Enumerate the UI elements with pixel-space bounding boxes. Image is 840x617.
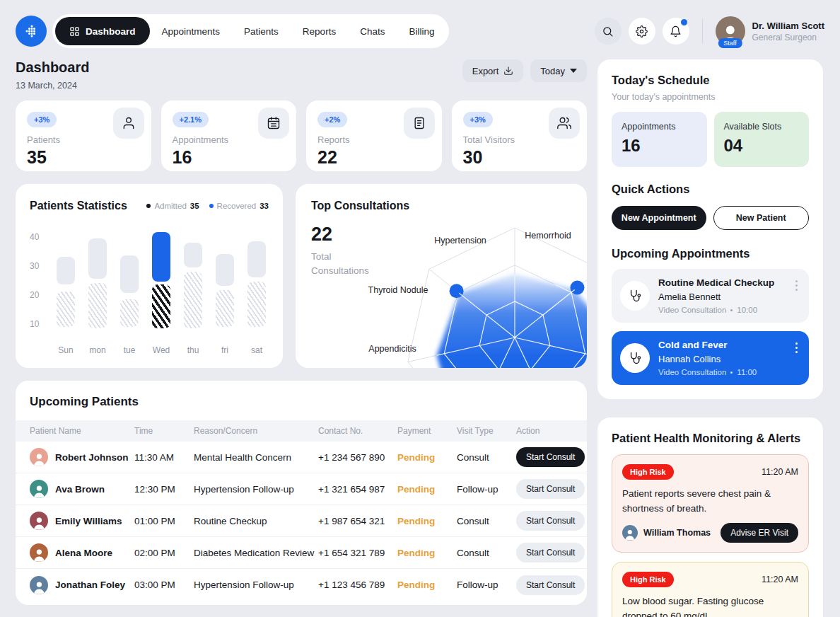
nav-item-label: Dashboard	[86, 26, 136, 37]
new-appointment-button[interactable]: New Appointment	[612, 206, 706, 230]
bar-admitted	[247, 241, 266, 277]
search-icon	[602, 25, 614, 38]
staff-badge: Staff	[718, 38, 742, 48]
nav-divider	[702, 19, 703, 43]
bar-group-sat[interactable]: sat	[247, 217, 266, 358]
bar-admitted	[216, 254, 234, 286]
bell-icon	[670, 25, 682, 38]
bar-admitted	[57, 257, 75, 284]
start-consult-button[interactable]: Start Consult	[516, 479, 585, 499]
schedule-summary: Appointments16Available Slots04	[612, 112, 809, 167]
bar-recovered	[120, 299, 139, 327]
nav-item-billing[interactable]: Billing	[397, 17, 446, 45]
stethoscope-icon	[620, 343, 650, 373]
new-patient-button[interactable]: New Patient	[713, 206, 810, 230]
avatar	[30, 512, 48, 530]
avatar	[30, 448, 48, 466]
user-icon	[113, 108, 144, 139]
column-header: Contact No.	[318, 426, 397, 436]
bar-recovered	[184, 272, 202, 328]
legend-dot-admitted	[146, 204, 151, 208]
schedule-stat-label: Available Slots	[724, 122, 800, 132]
page-header: Dashboard 13 March, 2024 Export Today	[16, 59, 587, 91]
x-axis-label: Sun	[57, 345, 75, 355]
legend-value: 35	[190, 202, 199, 210]
more-options-icon[interactable]	[793, 277, 800, 294]
bar-group-fri[interactable]: fri	[216, 217, 234, 358]
dashboard-grid-icon	[69, 26, 80, 37]
visit-type: Consult	[457, 452, 516, 463]
nav-item-appointments[interactable]: Appointments	[150, 17, 233, 45]
x-axis-label: fri	[216, 345, 234, 355]
user-menu[interactable]: Staff Dr. William Scott General Surgeon	[716, 16, 824, 46]
appointments-list: Routine Medical Checkup Amelia Bennett V…	[612, 269, 809, 385]
visit-type: Consult	[457, 516, 516, 526]
patients-statistics-card: Patients Statistics Admitted 35 Recovere…	[16, 184, 283, 368]
patient-contact: +1 321 654 987	[318, 484, 397, 495]
bar-group-tue[interactable]: tue	[120, 217, 139, 358]
page-title: Dashboard	[16, 59, 89, 76]
chart-legend: Admitted 35 Recovered 33	[146, 202, 269, 210]
bar-group-sun[interactable]: Sun	[57, 217, 75, 358]
notifications-button[interactable]	[663, 18, 689, 45]
legend-label: Admitted	[154, 202, 186, 210]
alerts-title: Patient Health Monitoring & Alerts	[612, 432, 809, 445]
schedule-stat-available-slots: Available Slots04	[714, 112, 810, 167]
nav-item-reports[interactable]: Reports	[291, 17, 348, 45]
download-icon	[503, 66, 513, 76]
export-button[interactable]: Export	[462, 59, 524, 82]
patient-contact: +1 987 654 321	[318, 516, 397, 526]
settings-button[interactable]	[629, 18, 655, 45]
quick-actions-title: Quick Actions	[612, 183, 809, 196]
avatar	[30, 543, 48, 562]
date-range-dropdown[interactable]: Today	[530, 59, 587, 82]
table-title: Upcoming Patients	[16, 395, 587, 420]
appointment-card[interactable]: Cold and Fever Hannah Collins Video Cons…	[612, 331, 809, 385]
alert-message: Patient reports severe chest pain & shor…	[622, 487, 798, 517]
start-consult-button[interactable]: Start Consult	[516, 575, 585, 595]
visit-type: Follow-up	[457, 579, 516, 590]
bar-group-thu[interactable]: thu	[184, 217, 202, 358]
bar-recovered	[88, 283, 107, 328]
start-consult-button[interactable]: Start Consult	[516, 511, 585, 531]
upcoming-appointments-title: Upcoming Appointments	[612, 247, 809, 260]
visit-type: Follow-up	[457, 484, 516, 495]
dot-separator	[730, 371, 733, 374]
appointment-card[interactable]: Routine Medical Checkup Amelia Bennett V…	[612, 269, 809, 323]
patient-time: 02:00 PM	[134, 548, 194, 558]
avatar	[30, 576, 48, 594]
bar-group-wed[interactable]: Wed	[152, 217, 170, 358]
patient-contact: +1 234 567 890	[318, 452, 397, 463]
navbar: DashboardAppointmentsPatientsReportsChat…	[16, 14, 824, 48]
alert-action-button[interactable]: Advise ER Visit	[721, 523, 798, 543]
calendar-icon	[258, 108, 289, 139]
alert-patient-name: William Thomas	[643, 528, 711, 538]
nav-item-dashboard[interactable]: Dashboard	[55, 17, 150, 45]
brand-logo[interactable]	[16, 16, 47, 47]
range-label: Today	[540, 66, 565, 76]
nav-item-patients[interactable]: Patients	[232, 17, 291, 45]
stat-value: 30	[463, 147, 576, 168]
search-button[interactable]	[595, 18, 622, 45]
health-alerts-card: Patient Health Monitoring & Alerts High …	[597, 417, 823, 617]
schedule-stat-label: Appointments	[622, 122, 697, 132]
patient-reason: Routine Checkup	[194, 516, 318, 526]
patient-name: Alena Moore	[55, 548, 112, 558]
bar-admitted	[88, 238, 107, 279]
payment-status: Pending	[397, 548, 457, 558]
alert-message: Low blood sugar. Fasting glucose dropped…	[622, 594, 798, 617]
bar-admitted	[120, 255, 139, 293]
x-axis-label: Wed	[152, 345, 170, 355]
patient-time: 11:30 AM	[134, 452, 194, 463]
nav-item-chats[interactable]: Chats	[348, 17, 397, 45]
avatar	[30, 480, 48, 498]
start-consult-button[interactable]: Start Consult	[516, 543, 585, 563]
x-axis-label: mon	[88, 345, 107, 355]
payment-status: Pending	[397, 484, 457, 495]
schedule-stat-value: 16	[622, 136, 697, 156]
more-options-icon[interactable]	[793, 340, 800, 356]
start-consult-button[interactable]: Start Consult	[516, 447, 585, 467]
bar-recovered	[57, 292, 75, 326]
bar-group-mon[interactable]: mon	[88, 217, 107, 358]
bar-admitted	[184, 243, 202, 267]
